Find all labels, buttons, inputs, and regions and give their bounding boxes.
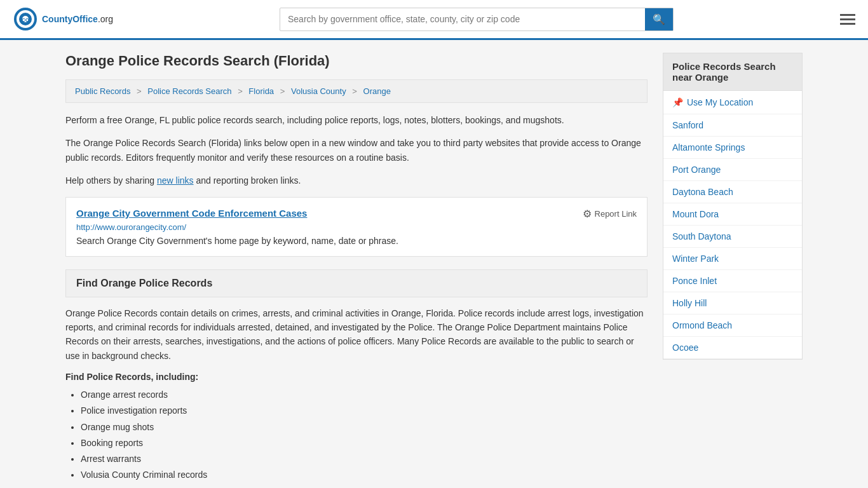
find-section-header: Find Orange Police Records (65, 269, 648, 297)
sidebar-item-south-daytona[interactable]: South Daytona (663, 226, 802, 248)
search-button[interactable]: 🔍 (645, 8, 673, 30)
sidebar-item-altamonte-springs[interactable]: Altamonte Springs (663, 137, 802, 159)
breadcrumb-volusia-county[interactable]: Volusia County (291, 86, 346, 96)
breadcrumb-public-records[interactable]: Public Records (75, 86, 130, 96)
list-item: Volusia County Criminal records (81, 467, 648, 483)
report-icon: ⚙ (583, 208, 592, 220)
description-para1: Perform a free Orange, FL public police … (65, 113, 648, 127)
find-section-title: Find Orange Police Records (76, 278, 637, 289)
use-my-location-item[interactable]: 📌 Use My Location (663, 91, 802, 114)
search-input[interactable] (280, 9, 645, 29)
find-list-title: Find Police Records, including: (65, 372, 648, 382)
list-item: Booking reports (81, 435, 648, 451)
description-para3-prefix: Help others by sharing (65, 175, 157, 186)
content-area: Orange Police Records Search (Florida) P… (65, 53, 648, 483)
resource-description: Search Orange City Government's home pag… (76, 236, 637, 246)
list-item: Orange arrest records (81, 387, 648, 403)
resource-url: http://www.ourorangecity.com/ (76, 222, 637, 232)
menu-line-2 (840, 18, 855, 20)
sidebar-title: Police Records Search near Orange (663, 53, 803, 91)
search-input-wrap: 🔍 (280, 8, 674, 31)
breadcrumb-police-records-search[interactable]: Police Records Search (147, 86, 231, 96)
sidebar-item-ocoee[interactable]: Ocoee (663, 337, 802, 359)
sidebar-item-ormond-beach[interactable]: Ormond Beach (663, 315, 802, 337)
breadcrumb-sep-1: > (137, 86, 142, 96)
breadcrumb-sep-4: > (352, 86, 357, 96)
main-container: Orange Police Records Search (Florida) P… (53, 40, 815, 488)
list-item: Orange mug shots (81, 419, 648, 435)
resource-title-link[interactable]: Orange City Government Code Enforcement … (76, 208, 307, 219)
site-header: CO CountyOffice.org 🔍 (0, 0, 868, 40)
hamburger-menu-button[interactable] (840, 14, 855, 25)
description-para3: Help others by sharing new links and rep… (65, 173, 648, 187)
sidebar-item-holly-hill[interactable]: Holly Hill (663, 292, 802, 315)
breadcrumb-sep-3: > (280, 86, 285, 96)
resource-card: Orange City Government Code Enforcement … (65, 197, 648, 257)
list-item: Police investigation reports (81, 403, 648, 419)
use-my-location-link[interactable]: Use My Location (687, 97, 753, 107)
sidebar-item-port-orange[interactable]: Port Orange (663, 159, 802, 181)
breadcrumb-florida[interactable]: Florida (248, 86, 274, 96)
breadcrumb-orange[interactable]: Orange (363, 86, 391, 96)
report-link-button[interactable]: ⚙ Report Link (583, 208, 637, 220)
description-para3-suffix: and reporting broken links. (194, 175, 301, 186)
report-link-label: Report Link (595, 209, 637, 219)
sidebar-list: 📌 Use My Location Sanford Altamonte Spri… (663, 91, 803, 360)
description-para2: The Orange Police Records Search (Florid… (65, 136, 648, 165)
sidebar: Police Records Search near Orange 📌 Use … (663, 53, 803, 483)
menu-line-3 (840, 23, 855, 25)
sidebar-item-mount-dora[interactable]: Mount Dora (663, 203, 802, 226)
menu-line-1 (840, 14, 855, 16)
logo[interactable]: CO CountyOffice.org (13, 6, 113, 32)
header-search-area: 🔍 (280, 8, 674, 31)
sidebar-item-winter-park[interactable]: Winter Park (663, 248, 802, 270)
resource-header: Orange City Government Code Enforcement … (76, 208, 637, 222)
find-records-list: Orange arrest records Police investigati… (65, 387, 648, 483)
new-links-link[interactable]: new links (157, 175, 194, 186)
sidebar-item-ponce-inlet[interactable]: Ponce Inlet (663, 270, 802, 292)
find-section-body: Orange Police Records contain details on… (65, 306, 648, 363)
logo-icon: CO (13, 6, 38, 32)
location-pin-icon: 📌 (672, 97, 683, 107)
list-item: Arrest warrants (81, 451, 648, 467)
svg-text:CO: CO (22, 17, 29, 23)
sidebar-item-sanford[interactable]: Sanford (663, 114, 802, 137)
sidebar-item-daytona-beach[interactable]: Daytona Beach (663, 181, 802, 203)
breadcrumb: Public Records > Police Records Search >… (65, 79, 648, 103)
page-title: Orange Police Records Search (Florida) (65, 53, 648, 69)
breadcrumb-sep-2: > (238, 86, 243, 96)
logo-text: CountyOffice.org (42, 14, 113, 24)
